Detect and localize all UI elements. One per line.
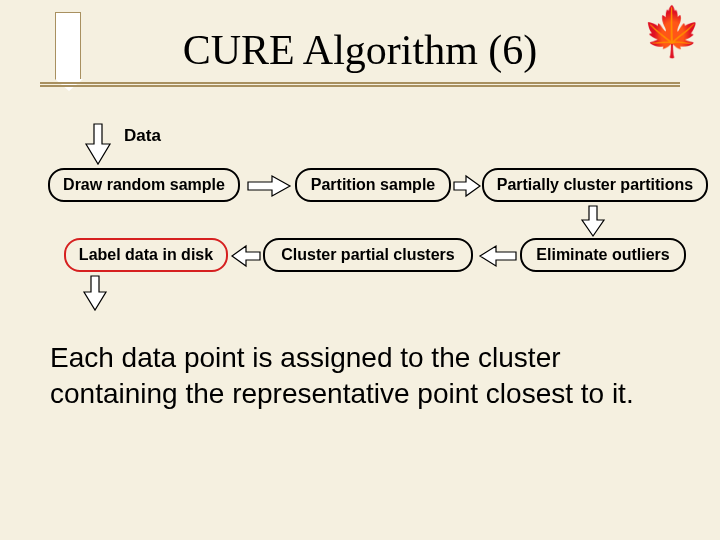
arrow-cluster-to-label [230,244,262,268]
arrow-draw-to-partition [244,174,294,198]
arrow-eliminate-to-cluster [478,244,518,268]
arrow-data-to-draw [78,120,118,168]
arrow-label-down [80,274,110,312]
box-partially-cluster: Partially cluster partitions [482,168,708,202]
arrow-partial-to-eliminate [578,204,608,238]
box-label-data-in-disk: Label data in disk [64,238,228,272]
box-draw-random-sample: Draw random sample [48,168,240,202]
slide-body-text: Each data point is assigned to the clust… [50,340,680,412]
arrow-partition-to-partial [452,174,482,198]
box-cluster-partial: Cluster partial clusters [263,238,473,272]
title-underline [40,82,680,84]
box-eliminate-outliers: Eliminate outliers [520,238,686,272]
slide-title: CURE Algorithm (6) [0,26,720,74]
data-label: Data [124,126,161,146]
box-partition-sample: Partition sample [295,168,451,202]
